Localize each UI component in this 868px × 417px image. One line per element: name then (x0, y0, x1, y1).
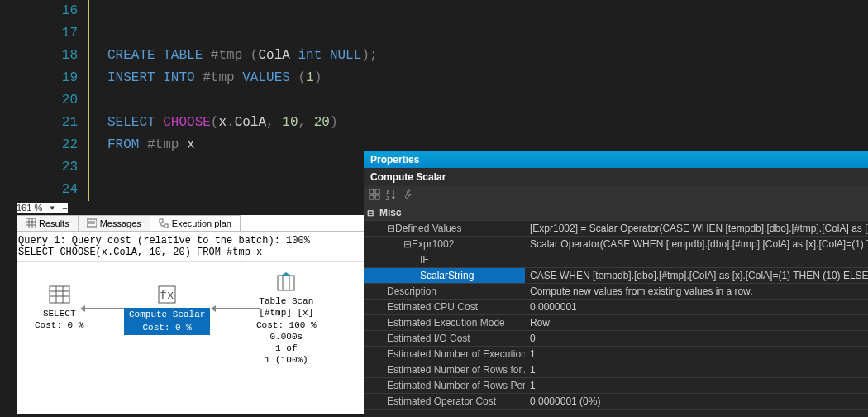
properties-grid: ⊟Misc ⊟Defined Values [Expr1002] = Scala… (364, 205, 868, 410)
code-area[interactable]: CREATE TABLE #tmp (ColA int NULL);INSERT… (89, 0, 378, 201)
code-line[interactable] (107, 22, 378, 45)
svg-rect-8 (160, 219, 163, 223)
property-value: 0 (525, 331, 868, 347)
property-value: 0.0000001 (0%) (525, 394, 868, 410)
svg-text:fx: fx (160, 289, 174, 302)
svg-rect-0 (26, 218, 36, 228)
zoom-value: 161 % (17, 203, 42, 213)
prop-defined-values-value: [Expr1002] = Scalar Operator(CASE WHEN [… (525, 221, 868, 237)
plan-node-title: SELECT (35, 308, 83, 319)
plan-node-rows2: 1 (100%) (256, 354, 317, 366)
prop-expr1002[interactable]: ⊟Expr1002 (364, 237, 525, 252)
line-number: 22 (0, 134, 78, 156)
wrench-icon[interactable] (402, 189, 413, 203)
tab-execplan-label: Execution plan (172, 218, 231, 228)
plan-node-select[interactable]: SELECT Cost: 0 % (35, 283, 83, 332)
code-line[interactable] (107, 156, 378, 179)
categorized-icon[interactable] (369, 189, 380, 203)
code-line[interactable] (107, 89, 378, 112)
property-key[interactable]: Estimated Number of Rows Per Ex (364, 378, 525, 394)
zoom-indicator[interactable]: 161 % ▼ − (17, 203, 68, 213)
tab-results[interactable]: Results (17, 215, 79, 231)
property-value: 1 (525, 347, 868, 362)
plan-connector (215, 308, 260, 309)
code-line[interactable]: FROM #tmp x (107, 134, 378, 156)
property-value: 0.0000001 (525, 300, 868, 315)
properties-toolbar: AZ (364, 186, 868, 205)
code-line[interactable] (107, 179, 378, 201)
line-number: 18 (0, 45, 78, 67)
plan-node-object: [#tmp] [x] (256, 307, 317, 319)
plan-node-time: 0.000s (256, 331, 317, 343)
query-sql-line: SELECT CHOOSE(x.ColA, 10, 20) FROM #tmp … (18, 247, 362, 258)
prop-scalar-string-value: CASE WHEN [tempdb].[dbo].[#tmp].[ColA] a… (525, 268, 868, 284)
property-key[interactable]: Estimated CPU Cost (364, 300, 525, 315)
line-number: 24 (0, 179, 78, 201)
property-value: Compute new values from existing values … (525, 284, 868, 300)
properties-subtitle: Compute Scalar (364, 168, 868, 186)
grid-icon (26, 218, 36, 228)
prop-expr1002-value: Scalar Operator(CASE WHEN [tempdb].[dbo]… (525, 237, 868, 252)
code-line[interactable]: CREATE TABLE #tmp (ColA int NULL); (107, 45, 378, 67)
query-cost-line: Query 1: Query cost (relative to the bat… (18, 235, 362, 247)
line-number: 20 (0, 89, 78, 112)
chevron-down-icon[interactable]: ▼ (49, 204, 55, 212)
plan-node-compute-scalar[interactable]: fx Compute Scalar Cost: 0 % (124, 283, 210, 335)
property-group-misc[interactable]: ⊟Misc (364, 205, 868, 221)
sort-az-icon[interactable]: AZ (385, 189, 397, 203)
select-icon (48, 283, 71, 306)
property-key[interactable]: Estimated Number of Executions (364, 347, 525, 362)
svg-text:A: A (386, 189, 390, 195)
svg-marker-30 (392, 197, 395, 199)
property-value: 1 (525, 378, 868, 394)
plan-node-rows1: 1 of (256, 343, 317, 354)
execution-plan-canvas[interactable]: SELECT Cost: 0 % fx Compute Scalar Cost:… (17, 262, 364, 386)
property-key[interactable]: Estimated Operator Cost (364, 394, 525, 410)
svg-rect-25 (370, 195, 374, 199)
properties-panel: Properties Compute Scalar AZ ⊟Misc ⊟Defi… (364, 151, 868, 417)
line-number: 17 (0, 22, 78, 45)
plan-node-title: Table Scan (256, 295, 317, 307)
plan-node-cost: Cost: 0 % (124, 321, 210, 334)
property-key[interactable]: Estimated I/O Cost (364, 331, 525, 347)
compute-scalar-icon: fx (155, 283, 179, 306)
plan-node-table-scan[interactable]: Table Scan [#tmp] [x] Cost: 100 % 0.000s… (256, 271, 317, 367)
tab-execution-plan[interactable]: Execution plan (150, 215, 241, 231)
prop-scalar-string[interactable]: ScalarString (364, 268, 525, 284)
prop-if-value (525, 252, 868, 268)
line-gutter: 161718192021222324 (0, 0, 89, 201)
query-header: Query 1: Query cost (relative to the bat… (17, 232, 364, 262)
properties-title: Properties (364, 151, 868, 168)
code-line[interactable]: SELECT CHOOSE(x.ColA, 10, 20) (107, 112, 378, 134)
results-pane: Results Messages Execution plan Query 1:… (17, 215, 364, 414)
property-key[interactable]: Estimated Execution Mode (364, 315, 525, 331)
prop-if[interactable]: IF (364, 252, 525, 268)
property-key[interactable]: Description (364, 284, 525, 300)
plan-node-cost: Cost: 0 % (35, 319, 83, 331)
code-line[interactable]: INSERT INTO #tmp VALUES (1) (107, 67, 378, 89)
line-number: 19 (0, 67, 78, 89)
minus-icon[interactable]: − (62, 203, 67, 213)
property-key[interactable]: Estimated Number of Rows for All (364, 362, 525, 378)
svg-rect-26 (375, 195, 379, 199)
line-number: 16 (0, 0, 78, 22)
property-value: 1 (525, 362, 868, 378)
svg-marker-20 (281, 272, 291, 276)
plan-node-title: Compute Scalar (124, 308, 210, 321)
execution-plan-icon (159, 218, 169, 228)
tab-messages-label: Messages (100, 218, 141, 228)
svg-rect-19 (278, 276, 294, 290)
svg-rect-23 (370, 189, 374, 194)
svg-text:Z: Z (386, 195, 390, 200)
code-line[interactable] (107, 0, 378, 22)
line-number: 23 (0, 156, 78, 179)
line-number: 21 (0, 112, 78, 134)
table-scan-icon (274, 271, 298, 294)
tab-messages[interactable]: Messages (78, 215, 150, 231)
svg-rect-24 (375, 189, 379, 194)
plan-node-cost: Cost: 100 % (256, 319, 317, 331)
prop-defined-values[interactable]: ⊟Defined Values (364, 221, 525, 237)
plan-connector (84, 308, 130, 309)
svg-rect-9 (165, 224, 168, 228)
tab-results-label: Results (39, 218, 69, 228)
